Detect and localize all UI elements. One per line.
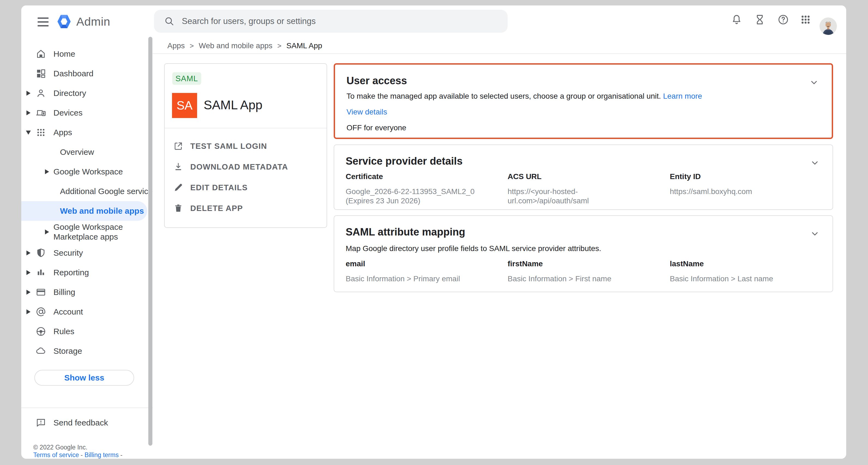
help-icon[interactable]	[777, 13, 790, 26]
breadcrumb-separator: >	[190, 42, 194, 50]
sidebar-item-storage[interactable]: Storage	[21, 341, 153, 361]
admin-logo[interactable]: Admin	[56, 13, 110, 29]
expand-right-icon[interactable]	[25, 111, 32, 115]
sidebar-item-web-and-mobile-apps[interactable]: Web and mobile apps	[21, 201, 147, 221]
product-name: Admin	[76, 15, 110, 28]
tasks-hourglass-icon[interactable]	[753, 13, 766, 26]
top-app-bar: Admin	[21, 5, 846, 38]
service-provider-title: Service provider details	[346, 155, 463, 167]
expand-right-icon[interactable]	[43, 229, 51, 235]
entity-id-value: https://saml.boxyhq.com	[670, 187, 801, 196]
test-saml-login-button[interactable]: TEST SAML LOGIN	[165, 136, 327, 156]
entity-id-label: Entity ID	[670, 172, 821, 181]
entity-id-column: Entity ID https://saml.boxyhq.com	[670, 172, 821, 206]
sidebar-item-directory[interactable]: Directory	[21, 84, 153, 103]
sidebar-item-security[interactable]: Security	[21, 243, 153, 263]
attribute-mapping-title: SAML attribute mapping	[346, 226, 465, 238]
sidebar-item-label: Home	[54, 49, 75, 59]
chevron-down-icon[interactable]	[809, 157, 820, 169]
user-access-card: User access To make the managed app avai…	[334, 63, 833, 139]
at-sign-icon	[35, 306, 47, 318]
sidebar-item-additional-google-services[interactable]: Additional Google services	[21, 182, 153, 201]
user-access-description: To make the managed app available to sel…	[346, 92, 702, 100]
send-feedback-button[interactable]: Send feedback	[21, 413, 153, 433]
menu-icon[interactable]	[35, 15, 51, 29]
account-avatar[interactable]	[819, 18, 837, 35]
breadcrumb-current-page: SAML App	[286, 41, 322, 50]
sidebar-item-reporting[interactable]: Reporting	[21, 263, 153, 282]
dashboard-icon	[35, 68, 47, 80]
sidebar-item-devices[interactable]: Devices	[21, 103, 153, 123]
sidebar-item-rules[interactable]: Rules	[21, 322, 153, 341]
user-access-title: User access	[346, 75, 407, 87]
user-access-status: OFF for everyone	[346, 123, 406, 132]
certificate-expiry: (Expires 23 Jun 2026)	[346, 196, 476, 206]
sidebar-item-overview[interactable]: Overview	[21, 142, 153, 162]
collapse-down-icon[interactable]	[25, 130, 32, 135]
sidebar-item-billing[interactable]: Billing	[21, 282, 153, 302]
breadcrumb: Apps > Web and mobile apps > SAML App	[153, 38, 846, 54]
expand-right-icon[interactable]	[25, 290, 32, 294]
learn-more-link[interactable]: Learn more	[663, 92, 702, 100]
download-metadata-button[interactable]: DOWNLOAD METADATA	[165, 156, 327, 177]
expand-right-icon[interactable]	[25, 91, 32, 96]
feedback-icon	[35, 417, 47, 429]
sidebar-item-apps[interactable]: Apps	[21, 123, 153, 142]
devices-icon	[35, 107, 47, 119]
firstname-mapping-column: firstName Basic Information > First name	[507, 259, 670, 283]
service-provider-details-card: Service provider details Certificate Goo…	[334, 145, 833, 210]
lastname-mapping-column: lastName Basic Information > Last name	[670, 259, 821, 283]
delete-app-button[interactable]: DELETE APP	[165, 198, 327, 219]
expand-right-icon[interactable]	[25, 309, 32, 314]
chevron-down-icon[interactable]	[808, 76, 820, 89]
sidebar-item-account[interactable]: Account	[21, 302, 153, 322]
show-less-button[interactable]: Show less	[34, 370, 134, 386]
apps-grid-icon	[35, 126, 47, 138]
lastname-attribute-value: Basic Information > Last name	[670, 274, 801, 283]
acs-url-column: ACS URL https://<your-hosted-url.com>/ap…	[507, 172, 670, 206]
search-input[interactable]	[182, 17, 507, 26]
edit-details-button[interactable]: EDIT DETAILS	[165, 177, 327, 198]
person-icon	[35, 87, 47, 99]
steering-wheel-icon	[35, 326, 47, 337]
expand-right-icon[interactable]	[25, 250, 32, 255]
sidebar-item-home[interactable]: Home	[21, 44, 153, 64]
app-summary-card: SAML SA SAML App TEST SAML LOGIN	[164, 63, 327, 228]
firstname-attribute-label: firstName	[507, 259, 670, 268]
shield-icon	[35, 247, 47, 259]
notifications-bell-icon[interactable]	[730, 13, 743, 26]
breadcrumb-separator: >	[277, 42, 281, 50]
download-icon	[172, 161, 184, 173]
chevron-down-icon[interactable]	[809, 228, 820, 240]
firstname-attribute-value: Basic Information > First name	[507, 274, 639, 283]
breadcrumb-apps[interactable]: Apps	[167, 41, 185, 50]
card-divider	[165, 128, 327, 128]
saml-attribute-mapping-card: SAML attribute mapping Map Google direct…	[334, 215, 833, 292]
email-attribute-value: Basic Information > Primary email	[346, 274, 476, 283]
service-provider-columns: Certificate Google_2026-6-22-113953_SAML…	[346, 172, 821, 206]
sidebar-footer: © 2022 Google Inc. Terms of service - Bi…	[21, 443, 153, 459]
sidebar-item-dashboard[interactable]: Dashboard	[21, 64, 153, 84]
sidebar-item-google-workspace-marketplace-apps[interactable]: Google Workspace Marketplace apps	[21, 221, 153, 243]
sidebar-nav: Home Dashboard Directo	[21, 38, 153, 459]
copyright-text: © 2022 Google Inc.	[33, 443, 153, 451]
expand-right-icon[interactable]	[43, 169, 51, 174]
billing-terms-link[interactable]: Billing terms	[85, 452, 119, 459]
view-details-link[interactable]: View details	[346, 108, 387, 116]
terms-of-service-link[interactable]: Terms of service	[33, 452, 79, 459]
search-bar[interactable]	[154, 10, 507, 33]
credit-card-icon	[35, 286, 47, 298]
expand-right-icon[interactable]	[25, 270, 32, 275]
sidebar-divider	[21, 407, 153, 408]
breadcrumb-web-and-mobile-apps[interactable]: Web and mobile apps	[199, 41, 272, 50]
saml-badge: SAML	[172, 72, 201, 85]
main-content: Apps > Web and mobile apps > SAML App SA…	[153, 38, 846, 459]
sidebar-scrollbar[interactable]	[148, 37, 152, 446]
acs-url-value: https://<your-hosted-url.com>/api/oauth/…	[507, 187, 622, 206]
apps-grid-icon[interactable]	[799, 13, 812, 26]
admin-hexagon-icon	[56, 13, 72, 29]
sidebar-item-google-workspace[interactable]: Google Workspace	[21, 162, 153, 182]
open-in-new-icon	[172, 140, 184, 152]
lastname-attribute-label: lastName	[670, 259, 821, 268]
app-avatar: SA	[172, 93, 197, 118]
